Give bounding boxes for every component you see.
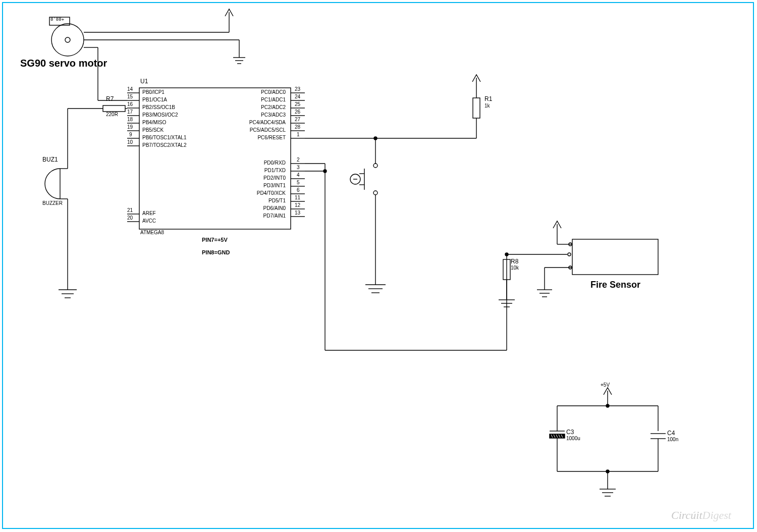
u1-r2-num-1: 3 <box>297 165 300 170</box>
c4-ref: C4 <box>667 430 675 436</box>
u1-ref: U1 <box>140 78 148 84</box>
u1-r2-name-7: PD7/AIN1 <box>252 214 286 219</box>
u1-r1-num-0: 23 <box>295 87 300 92</box>
u1-r2-name-2: PD2/INT0 <box>252 176 286 181</box>
svg-point-58 <box>373 191 377 195</box>
u1-note2: PIN8=GND <box>202 250 230 255</box>
svg-point-113 <box>606 404 609 407</box>
svg-point-57 <box>373 164 377 168</box>
u1-r1-num-5: 28 <box>295 125 300 130</box>
u1-r1-name-1: PC1/ADC1 <box>252 97 286 102</box>
u1-r1-num-3: 26 <box>295 110 300 115</box>
r7-ref: R7 <box>106 96 114 102</box>
u1-l-num-6: 9 <box>129 132 132 137</box>
u1-l2-name-1: AVCC <box>142 219 156 224</box>
r8-ref: R8 <box>511 258 518 264</box>
u1-r2-num-7: 13 <box>295 210 300 216</box>
u1-l-num-2: 16 <box>127 102 133 107</box>
u1-l2-num-1: 20 <box>127 216 133 221</box>
u1-l-num-4: 18 <box>127 117 133 122</box>
u1-l-name-2: PB2/SS/OC1B <box>142 105 175 110</box>
u1-l-name-3: PB3/MOSI/OC2 <box>142 113 178 118</box>
u1-l-num-7: 10 <box>127 140 133 145</box>
watermark: CircúitDigest <box>671 510 731 521</box>
u1-r2-name-5: PD5/T1 <box>257 198 286 203</box>
u1-r1-num-2: 25 <box>295 102 300 107</box>
svg-point-0 <box>51 24 84 56</box>
r1-ref: R1 <box>484 96 492 102</box>
svg-rect-39 <box>103 105 125 112</box>
u1-r2-name-4: PD4/T0/XCK <box>247 191 286 196</box>
u1-r2-num-5: 11 <box>295 195 300 200</box>
u1-l-num-0: 14 <box>127 87 133 92</box>
svg-point-114 <box>606 470 609 473</box>
u1-r1-name-3: PC3/ADC3 <box>252 113 286 118</box>
svg-rect-83 <box>572 239 658 275</box>
u1-l2-num-0: 21 <box>127 208 133 213</box>
u1-r1-name-0: PC0/ADC0 <box>252 90 286 95</box>
u1-l-name-5: PB5/SCK <box>142 128 164 133</box>
u1-r2-name-0: PD0/RXD <box>252 161 286 166</box>
u1-r1-name-5: PC5/ADC5/SCL <box>242 128 286 133</box>
u1-l-name-4: PB4/MISO <box>142 120 166 125</box>
u1-r2-name-6: PD6/AIN0 <box>252 206 286 211</box>
fire-sensor-label: Fire Sensor <box>590 280 640 289</box>
u1-l-name-6: PB6/TOSC1/XTAL1 <box>142 135 186 140</box>
r1-val: 1k <box>484 103 490 109</box>
servo-title: SG90 servo motor <box>20 58 107 68</box>
c4-val: 100n <box>667 437 678 442</box>
u1-r2-num-3: 5 <box>297 180 300 185</box>
schematic-canvas <box>2 2 754 529</box>
u1-l-num-3: 17 <box>127 110 133 115</box>
u1-r2-num-6: 12 <box>295 203 300 208</box>
u1-note1: PIN7=+5V <box>202 237 228 243</box>
u1-r2-name-3: PD3/INT1 <box>252 183 286 188</box>
svg-rect-54 <box>473 98 480 118</box>
u1-l-num-1: 15 <box>127 94 133 99</box>
r8-val: 10k <box>511 265 519 271</box>
svg-point-77 <box>568 253 571 256</box>
svg-point-1 <box>65 37 70 42</box>
u1-l-name-1: PB1/OC1A <box>142 97 167 102</box>
servo-display: 8'88+ <box>50 17 64 22</box>
u1-l-name-7: PB7/TOSC2/XTAL2 <box>142 143 186 148</box>
u1-r2-num-0: 2 <box>297 157 300 163</box>
u1-part: ATMEGA8 <box>140 230 164 235</box>
c3-val: 1000u <box>566 436 580 441</box>
u1-r1-name-2: PC2/ADC2 <box>252 105 286 110</box>
u1-l-num-5: 19 <box>127 125 133 130</box>
u1-r2-num-4: 6 <box>297 188 300 193</box>
buzzer-ref: BUZ1 <box>42 156 58 163</box>
u1-l-name-0: PB0/ICP1 <box>142 90 165 95</box>
buzzer-name: BUZZER <box>42 201 63 206</box>
r7-val: 220R <box>106 112 118 117</box>
u1-r2-num-2: 4 <box>297 173 300 178</box>
c3-ref: C3 <box>566 429 574 435</box>
u1-r1-name-4: PC4/ADC4/SDA <box>242 120 286 125</box>
u1-l2-name-0: AREF <box>142 211 156 216</box>
pwr-label: +5V <box>601 383 610 388</box>
u1-r1-num-1: 24 <box>295 94 300 99</box>
u1-r2-name-1: PD1/TXD <box>252 168 286 173</box>
u1-r1-num-6: 1 <box>297 132 300 137</box>
u1-r1-name-6: PC6/RESET <box>247 135 286 140</box>
u1-r1-num-4: 27 <box>295 117 300 122</box>
